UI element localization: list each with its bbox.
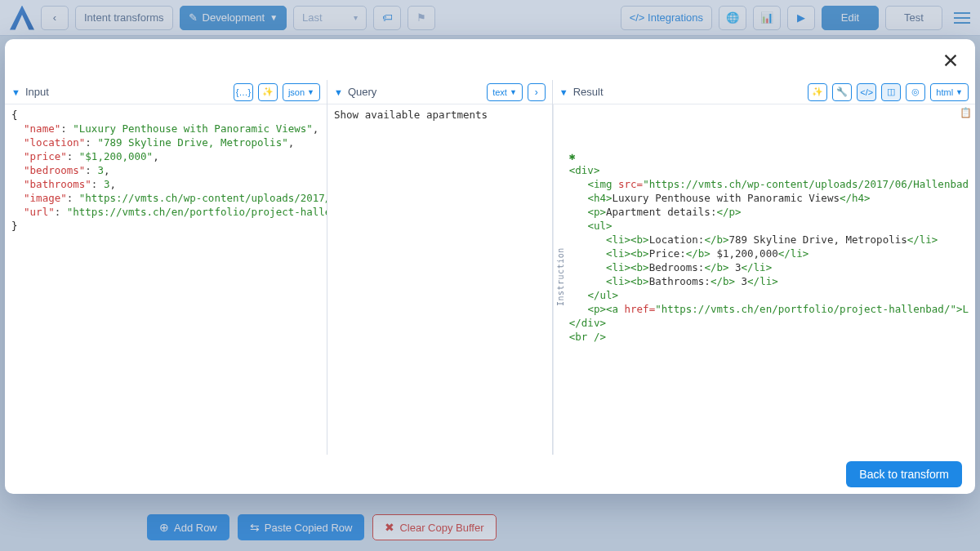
integrations-button[interactable]: </> Integrations	[621, 6, 712, 30]
close-icon[interactable]	[936, 46, 965, 75]
test-button[interactable]: Test	[885, 6, 942, 30]
collapse-icon[interactable]: ▼	[334, 87, 343, 97]
transform-modal: ▼ Input {…} ✨ json ▼ { "name": "Luxury P…	[5, 39, 975, 494]
paste-row-button[interactable]: ⇆Paste Copied Row	[238, 514, 365, 540]
query-pane: ▼ Query text ▼ › Show available apartmen…	[327, 80, 553, 455]
input-pane: ▼ Input {…} ✨ json ▼ { "name": "Luxury P…	[5, 80, 327, 455]
environment-select[interactable]: ✎Development▼	[180, 6, 287, 30]
copy-icon[interactable]: 📋	[960, 106, 972, 120]
input-format-select[interactable]: json ▼	[283, 83, 320, 101]
query-format-select[interactable]: text ▼	[487, 83, 523, 101]
code-icon[interactable]: </>	[857, 83, 876, 101]
wand-icon[interactable]: ✨	[258, 83, 278, 101]
query-editor[interactable]: Show available apartments	[327, 104, 552, 455]
collapse-icon[interactable]: ▼	[11, 87, 20, 97]
add-row-button[interactable]: ⊕Add Row	[147, 514, 229, 540]
braces-icon[interactable]: {…}	[234, 83, 253, 101]
topbar: ‹ Intent transforms ✎Development▼ Last▾ …	[0, 0, 980, 36]
clear-buffer-button[interactable]: ✖Clear Copy Buffer	[372, 514, 496, 540]
result-title: Result	[573, 86, 804, 98]
play-icon-button[interactable]: ▶	[787, 6, 815, 30]
columns-icon[interactable]: ◫	[881, 83, 901, 101]
query-title: Query	[348, 86, 482, 98]
date-range-select[interactable]: Last▾	[293, 6, 367, 30]
app-logo	[10, 6, 34, 30]
input-title: Input	[25, 86, 229, 98]
star-icon: ✱	[569, 150, 576, 162]
run-icon[interactable]: ›	[528, 83, 546, 101]
edit-button[interactable]: Edit	[822, 6, 879, 30]
wand-icon[interactable]: 🔧	[832, 83, 852, 101]
eye-icon[interactable]: ◎	[906, 83, 925, 101]
back-button[interactable]: ‹	[41, 6, 69, 30]
bottombar: ⊕Add Row ⇆Paste Copied Row ✖Clear Copy B…	[0, 504, 980, 551]
result-editor[interactable]: Instruction 📋 ✱ <div> <img src="https://…	[553, 104, 975, 455]
collapse-icon[interactable]: ▼	[559, 87, 568, 97]
menu-icon[interactable]	[954, 12, 970, 24]
instruction-rail: Instruction	[553, 104, 568, 455]
analytics-icon-button[interactable]: 📊	[753, 6, 781, 30]
breadcrumb[interactable]: Intent transforms	[75, 6, 173, 30]
back-to-transform-button[interactable]: Back to transform	[846, 461, 962, 487]
result-format-select[interactable]: html ▼	[930, 83, 969, 101]
result-pane: ▼ Result ✨ 🔧 </> ◫ ◎ html ▼ Instruction …	[553, 80, 975, 455]
tag-icon-button[interactable]: 🏷	[373, 6, 401, 30]
flag-icon-button[interactable]: ⚑	[408, 6, 435, 30]
globe-icon-button[interactable]: 🌐	[719, 6, 746, 30]
sparkle-icon[interactable]: ✨	[808, 83, 827, 101]
input-editor[interactable]: { "name": "Luxury Penthouse with Panoram…	[5, 104, 327, 455]
